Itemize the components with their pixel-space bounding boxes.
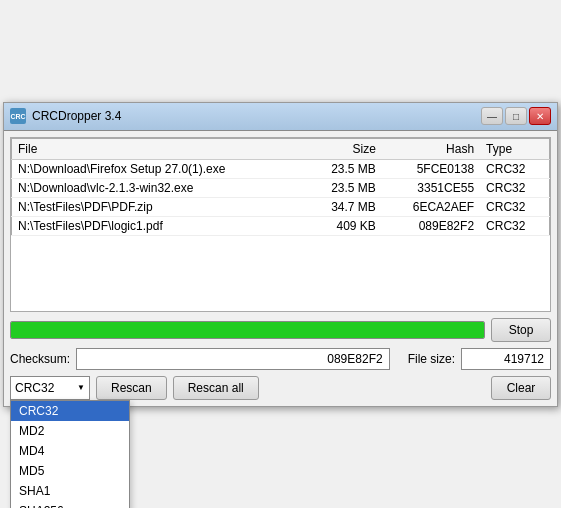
cell-type: CRC32 bbox=[480, 159, 549, 178]
table-row[interactable]: N:\TestFiles\PDF\logic1.pdf 409 KB 089E8… bbox=[12, 216, 550, 235]
table-row[interactable]: N:\TestFiles\PDF\PDF.zip 34.7 MB 6ECA2AE… bbox=[12, 197, 550, 216]
algo-dropdown-menu: CRC32MD2MD4MD5SHA1SHA256SHA384SHA512CRC1… bbox=[10, 400, 130, 509]
cell-size: 34.7 MB bbox=[306, 197, 382, 216]
cell-size: 409 KB bbox=[306, 216, 382, 235]
cell-size: 23.5 MB bbox=[306, 178, 382, 197]
rescan-all-button[interactable]: Rescan all bbox=[173, 376, 259, 400]
dropdown-item-md2[interactable]: MD2 bbox=[11, 421, 129, 441]
clear-button[interactable]: Clear bbox=[491, 376, 551, 400]
col-header-file: File bbox=[12, 138, 306, 159]
window-title: CRCDropper 3.4 bbox=[32, 109, 121, 123]
dropdown-item-sha256[interactable]: SHA256 bbox=[11, 501, 129, 509]
checksum-label: Checksum: bbox=[10, 352, 70, 366]
content-area: File Size Hash Type N:\Download\Firefox … bbox=[4, 131, 557, 406]
col-header-hash: Hash bbox=[382, 138, 480, 159]
cell-file: N:\Download\Firefox Setup 27.0(1).exe bbox=[12, 159, 306, 178]
restore-button[interactable]: □ bbox=[505, 107, 527, 125]
cell-size: 23.5 MB bbox=[306, 159, 382, 178]
table-row[interactable]: N:\Download\Firefox Setup 27.0(1).exe 23… bbox=[12, 159, 550, 178]
algo-dropdown-container: CRC32▼ CRC32MD2MD4MD5SHA1SHA256SHA384SHA… bbox=[10, 376, 90, 400]
cell-type: CRC32 bbox=[480, 197, 549, 216]
cell-hash: 5FCE0138 bbox=[382, 159, 480, 178]
close-button[interactable]: ✕ bbox=[529, 107, 551, 125]
progress-row: Stop bbox=[10, 318, 551, 342]
filesize-label: File size: bbox=[408, 352, 455, 366]
table-row[interactable]: N:\Download\vlc-2.1.3-win32.exe 23.5 MB … bbox=[12, 178, 550, 197]
file-table-container[interactable]: File Size Hash Type N:\Download\Firefox … bbox=[10, 137, 551, 312]
progress-bar-fill bbox=[11, 322, 484, 338]
titlebar-buttons: — □ ✕ bbox=[481, 107, 551, 125]
algo-select-display[interactable]: CRC32▼ bbox=[10, 376, 90, 400]
minimize-button[interactable]: — bbox=[481, 107, 503, 125]
controls-row: CRC32▼ CRC32MD2MD4MD5SHA1SHA256SHA384SHA… bbox=[10, 376, 551, 400]
file-table: File Size Hash Type N:\Download\Firefox … bbox=[11, 138, 550, 236]
cell-hash: 089E82F2 bbox=[382, 216, 480, 235]
cell-file: N:\TestFiles\PDF\logic1.pdf bbox=[12, 216, 306, 235]
checksum-row: Checksum: File size: bbox=[10, 348, 551, 370]
cell-file: N:\TestFiles\PDF\PDF.zip bbox=[12, 197, 306, 216]
algo-select-value: CRC32 bbox=[15, 381, 54, 395]
cell-type: CRC32 bbox=[480, 178, 549, 197]
chevron-down-icon: ▼ bbox=[77, 383, 85, 392]
cell-file: N:\Download\vlc-2.1.3-win32.exe bbox=[12, 178, 306, 197]
col-header-size: Size bbox=[306, 138, 382, 159]
dropdown-item-crc32[interactable]: CRC32 bbox=[11, 401, 129, 421]
col-header-type: Type bbox=[480, 138, 549, 159]
progress-bar-container bbox=[10, 321, 485, 339]
stop-button[interactable]: Stop bbox=[491, 318, 551, 342]
titlebar: crc CRCDropper 3.4 — □ ✕ bbox=[4, 103, 557, 131]
cell-type: CRC32 bbox=[480, 216, 549, 235]
main-window: crc CRCDropper 3.4 — □ ✕ File Size Hash … bbox=[3, 102, 558, 407]
rescan-button[interactable]: Rescan bbox=[96, 376, 167, 400]
cell-hash: 3351CE55 bbox=[382, 178, 480, 197]
dropdown-item-sha1[interactable]: SHA1 bbox=[11, 481, 129, 501]
dropdown-item-md5[interactable]: MD5 bbox=[11, 461, 129, 481]
checksum-input[interactable] bbox=[76, 348, 390, 370]
cell-hash: 6ECA2AEF bbox=[382, 197, 480, 216]
dropdown-item-md4[interactable]: MD4 bbox=[11, 441, 129, 461]
titlebar-left: crc CRCDropper 3.4 bbox=[10, 108, 121, 124]
filesize-input[interactable] bbox=[461, 348, 551, 370]
app-icon: crc bbox=[10, 108, 26, 124]
